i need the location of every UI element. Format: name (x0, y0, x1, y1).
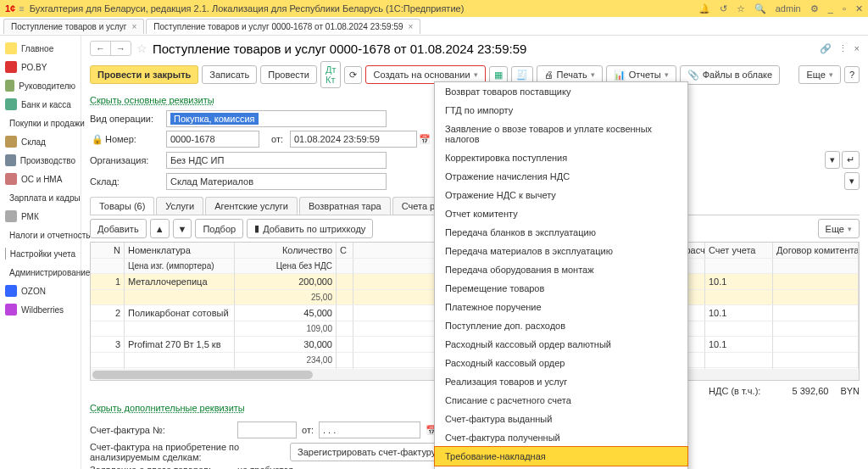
sidebar-item-sales[interactable]: Покупки и продажи (0, 114, 81, 132)
sidebar-item-os[interactable]: ОС и НМА (0, 170, 81, 188)
menu-item[interactable]: Передача материалов в эксплуатацию (435, 242, 687, 260)
menu-item[interactable]: ГТД по импорту (435, 101, 687, 120)
more-icon[interactable]: ⋮ (838, 43, 848, 54)
link-icon[interactable]: 🔗 (820, 43, 832, 54)
tab-document[interactable]: Поступление товаров и услуг 0000-1678 от… (146, 19, 420, 34)
col-schu[interactable]: Счет учета (705, 243, 773, 259)
cloud-files-button[interactable]: 📎 Файлы в облаке (680, 65, 780, 85)
history-icon[interactable]: ↺ (720, 3, 727, 14)
col-sh[interactable]: С (337, 243, 353, 259)
down-icon[interactable]: ▼ (173, 219, 192, 238)
refresh-icon[interactable]: ⟳ (344, 66, 362, 84)
search-icon[interactable]: 🔍 (754, 3, 766, 14)
tab-tara[interactable]: Возвратная тара (299, 197, 391, 215)
sidebar-item-wb[interactable]: Wildberries (0, 300, 81, 319)
date-field[interactable]: 01.08.2024 23:59:59 (290, 131, 417, 148)
tab-agent[interactable]: Агентские услуги (205, 197, 298, 215)
user-label[interactable]: admin (776, 3, 801, 14)
sidebar-item-tax[interactable]: Налоги и отчетность (0, 226, 81, 244)
minimize-icon[interactable]: _ (828, 3, 833, 14)
sidebar-item-stock[interactable]: Склад (0, 132, 81, 151)
menu-item[interactable]: Счет-фактура полученный (435, 428, 687, 447)
dt-kt-icon[interactable]: ДтКт (320, 61, 342, 88)
add-button[interactable]: Добавить (90, 219, 147, 238)
burger-icon[interactable]: ≡ (19, 3, 24, 14)
barcode-button[interactable]: ▮ Добавить по штрихкоду (247, 219, 373, 238)
menu-item[interactable]: Реализация товаров и услуг (435, 372, 687, 391)
sidebar-item-main[interactable]: Главное (0, 39, 81, 58)
stock-field[interactable]: Склад Материалов (166, 173, 387, 190)
settings-icon[interactable]: ⚙ (810, 3, 819, 14)
menu-item[interactable]: Передача бланков в эксплуатацию (435, 223, 687, 242)
menu-item[interactable]: Отражение НДС к вычету (435, 186, 687, 204)
up-icon[interactable]: ▲ (150, 219, 170, 238)
col-n[interactable]: N (91, 243, 125, 259)
menu-item[interactable]: Отчет комитенту (435, 204, 687, 223)
col-dog[interactable]: Договор комитента (773, 243, 859, 259)
hide-extra-link[interactable]: Скрыть дополнительные реквизиты (90, 403, 245, 413)
menu-item[interactable]: Расходный кассовый ордер валютный (435, 335, 687, 354)
pos-icon (5, 210, 17, 222)
menu-item[interactable]: Расходный кассовый ордер (435, 354, 687, 372)
menu-item[interactable]: Передача оборудования в монтаж (435, 260, 687, 279)
tab-goods[interactable]: Товары (6) (90, 197, 154, 215)
menu-item[interactable]: Возврат товаров поставщику (435, 82, 687, 101)
sidebar-item-admin[interactable]: Администрирование (0, 263, 81, 282)
list-more-button[interactable]: Еще (818, 219, 860, 238)
sidebar-item-rmk[interactable]: РМК (0, 207, 81, 226)
menu-item[interactable]: Платежное поручение (435, 298, 687, 316)
forward-icon[interactable]: → (111, 42, 131, 55)
sidebar-item-manager[interactable]: Руководителю (0, 76, 81, 95)
tab-services[interactable]: Услуги (156, 197, 203, 215)
close-window-icon[interactable]: ✕ (855, 3, 863, 14)
sidebar-item-settings[interactable]: Настройки учета (0, 244, 81, 263)
number-field[interactable]: 0000-1678 (166, 131, 259, 148)
operation-field[interactable]: Покупка, комиссия (166, 110, 387, 127)
sidebar-item-roby[interactable]: РО.BY (0, 58, 81, 76)
close-icon[interactable]: × (409, 22, 414, 31)
tab-list[interactable]: Поступление товаров и услуг × (3, 19, 144, 34)
bell-icon[interactable]: 🔔 (698, 3, 710, 14)
sf-num-field[interactable] (237, 422, 297, 438)
nav-arrows[interactable]: ← → (90, 41, 131, 56)
menu-item[interactable]: Установка цен номенклатуры по ценам изг-… (435, 466, 687, 469)
sidebar-item-bank[interactable]: Банк и касса (0, 95, 81, 114)
building-icon (5, 173, 17, 185)
post-close-button[interactable]: Провести и закрыть (90, 65, 198, 84)
menu-item[interactable]: Поступление доп. расходов (435, 316, 687, 335)
menu-item[interactable]: Списание с расчетного счета (435, 391, 687, 410)
menu-item[interactable]: Требование-накладная (434, 446, 688, 466)
flag-icon (5, 61, 17, 73)
write-button[interactable]: Записать (202, 65, 257, 84)
menu-item[interactable]: Счет-фактура выданный (435, 410, 687, 428)
lock-icon[interactable]: 🔒 (90, 134, 105, 145)
star-icon[interactable]: ☆ (737, 3, 745, 14)
calendar-icon[interactable]: 📅 (417, 134, 432, 145)
close-icon[interactable]: × (131, 22, 136, 31)
post-button[interactable]: Провести (260, 65, 317, 84)
col-nom[interactable]: Номенклатура (125, 243, 235, 259)
sf-register-sf-button[interactable]: Зарегистрировать счет-фактуру (290, 443, 443, 461)
org-field[interactable]: Без НДС ИП (166, 152, 387, 169)
field-extra-button[interactable]: ▾ (825, 151, 840, 169)
menu-item[interactable]: Перемещение товаров (435, 279, 687, 298)
sidebar-item-prod[interactable]: Производство (0, 151, 81, 170)
field-open-button[interactable]: ↵ (842, 151, 860, 169)
more-button[interactable]: Еще (798, 65, 840, 84)
col-qty[interactable]: Количество (235, 243, 337, 259)
help-icon[interactable]: ? (844, 66, 860, 83)
menu-item[interactable]: Заявление о ввозе товаров и уплате косве… (435, 120, 687, 148)
field-extra-button[interactable]: ▾ (844, 172, 860, 190)
hide-main-link[interactable]: Скрыть основные реквизиты (90, 95, 214, 105)
menu-item[interactable]: Корректировка поступления (435, 148, 687, 167)
sidebar-item-ozon[interactable]: OZON (0, 282, 81, 300)
import-value: не требуется (237, 465, 293, 469)
restore-icon[interactable]: ▫ (843, 3, 846, 14)
close-doc-icon[interactable]: × (854, 43, 860, 54)
sf-date-field[interactable]: . . . (319, 422, 420, 438)
select-button[interactable]: Подбор (195, 219, 243, 238)
sidebar-item-salary[interactable]: Зарплата и кадры (0, 188, 81, 207)
favorite-icon[interactable]: ☆ (136, 42, 147, 55)
menu-item[interactable]: Отражение начисления НДС (435, 167, 687, 186)
back-icon[interactable]: ← (91, 42, 111, 55)
